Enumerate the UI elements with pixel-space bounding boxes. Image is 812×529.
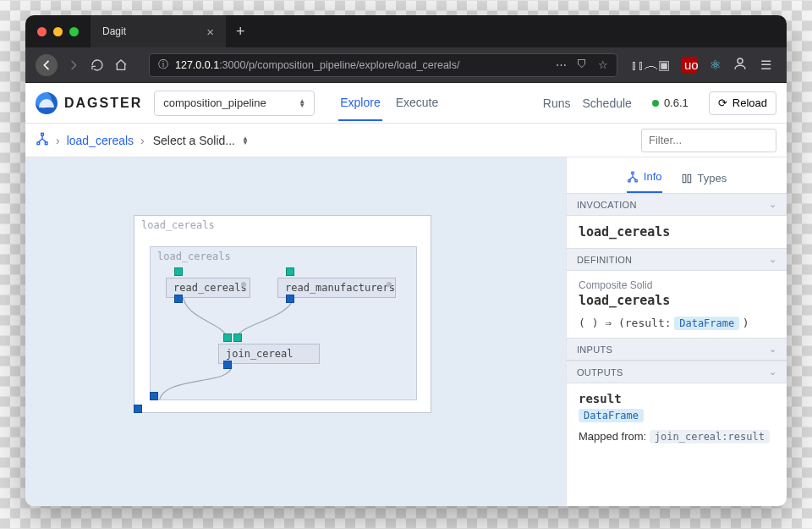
svg-rect-1 [41,133,44,135]
version-indicator: 0.6.1 [652,96,689,109]
signature-close: ) [743,317,749,329]
input-port-icon[interactable] [233,333,242,342]
filter-input[interactable] [641,129,776,152]
chevron-sort-icon: ▲▼ [242,136,249,145]
section-outputs-header[interactable]: OUTPUTS ⌄ [567,361,787,383]
chevron-sort-icon: ▲▼ [299,99,305,107]
svg-rect-5 [628,179,630,181]
output-port-icon[interactable] [286,295,294,303]
chevron-down-icon: ⌄ [769,199,776,210]
signature-open: ( ) ⇒ (result: [579,317,672,329]
page-actions-icon[interactable]: ⋯ [556,58,567,71]
url-path: /p/composition_pipeline/explore/load_cer… [245,59,459,71]
type-dot-icon [241,282,246,287]
section-definition-header[interactable]: DEFINITION ⌄ [567,248,787,271]
panel-tab-types-label: Types [698,172,727,185]
input-port-icon[interactable] [223,333,232,342]
bookmark-icon[interactable]: ☆ [598,58,608,71]
reload-button[interactable]: ⟳ Reload [709,91,776,115]
browser-tab[interactable]: Dagit × [91,15,226,47]
input-port-icon[interactable] [174,267,183,276]
output-port-icon[interactable] [174,295,183,303]
close-tab-icon[interactable]: × [206,25,214,39]
explorer-toolbar: › load_cereals › Select a Solid... ▲▼ [25,124,787,157]
details-panel: Info Types INVOCATION ⌄ load_cereals DEF… [567,157,787,506]
url-bar[interactable]: ⓘ 127.0.0.1:3000/p/composition_pipeline/… [149,53,617,77]
reload-label: Reload [732,96,767,109]
svg-rect-4 [632,172,634,174]
nav-runs[interactable]: Runs [543,96,571,110]
version-text: 0.6.1 [664,96,689,109]
mapped-from-label: Mapped from: [579,430,646,443]
account-icon[interactable] [732,56,748,74]
back-button[interactable] [36,54,58,76]
hamburger-menu-icon[interactable]: ☰ [758,58,773,73]
solid-selector-placeholder: Select a Solid... [153,134,235,147]
inner-label: load_cereals [157,251,231,262]
svg-rect-2 [37,142,40,145]
section-outputs-title: OUTPUTS [577,367,623,377]
home-button[interactable] [113,58,129,73]
chevron-down-icon: ⌄ [769,366,776,377]
brand-text: DAGSTER [64,96,142,111]
solid-label: join_cereal [226,348,293,360]
breadcrumb-item[interactable]: load_cereals [67,134,134,147]
maximize-window-dot[interactable] [69,27,79,36]
definition-name: load_cereals [579,293,775,308]
close-window-dot[interactable] [37,27,47,36]
dag-canvas[interactable]: load_cereals load_cereals read_cereals [25,157,567,506]
url-host: 127.0.0.1 [175,59,219,71]
sidebar-icon[interactable]: ▣ [656,58,672,73]
output-name: result [579,392,775,405]
panel-tab-info[interactable]: Info [627,170,662,193]
react-devtools-icon[interactable]: ⚛ [707,58,722,73]
new-tab-button[interactable]: + [226,15,255,47]
minimize-window-dot[interactable] [53,27,63,36]
section-inputs-header[interactable]: INPUTS ⌄ [567,338,787,361]
mapped-from-value[interactable]: join_cereal:result [650,430,770,444]
chevron-right-icon: › [56,134,60,147]
reload-icon: ⟳ [718,96,727,109]
composite-solid-inner[interactable]: load_cereals read_cereals [150,246,417,400]
nav-schedule[interactable]: Schedule [582,96,631,110]
output-type[interactable]: DataFrame [579,409,644,422]
svg-rect-6 [635,179,637,181]
composite-solid-outer[interactable]: load_cereals load_cereals read_cereals [134,215,431,413]
library-icon[interactable]: ⫿⫿⏜ [631,58,646,72]
section-invocation-header[interactable]: INVOCATION ⌄ [567,193,787,216]
definition-kind: Composite Solid [579,279,775,291]
chevron-down-icon: ⌄ [769,254,776,265]
brand[interactable]: DAGSTER [36,92,142,114]
pipeline-selector-value: composition_pipeline [163,96,266,109]
input-port-icon[interactable] [286,267,294,276]
solid-label: read_cereals [173,282,247,294]
output-port-icon[interactable] [134,405,142,413]
tab-title: Dagit [102,25,126,37]
forward-button[interactable] [66,58,81,73]
url-port: :3000 [219,59,245,71]
tab-execute[interactable]: Execute [394,85,441,121]
reader-icon[interactable]: ⛉ [577,58,588,71]
solid-selector[interactable]: Select a Solid... ▲▼ [153,134,249,147]
invocation-name: load_cereals [579,224,775,240]
section-definition-title: DEFINITION [577,255,632,265]
ublock-icon[interactable]: uo [682,57,697,73]
section-invocation-title: INVOCATION [577,200,637,210]
reload-browser-button[interactable] [90,58,105,73]
pipeline-selector[interactable]: composition_pipeline ▲▼ [154,91,315,116]
type-dot-icon [387,282,392,287]
panel-tab-types[interactable]: Types [681,172,727,193]
status-dot-icon [652,100,659,107]
app-header: DAGSTER composition_pipeline ▲▼ Explore … [25,83,787,124]
site-info-icon[interactable]: ⓘ [158,58,168,72]
tab-explore[interactable]: Explore [338,85,381,121]
browser-toolbar: ⓘ 127.0.0.1:3000/p/composition_pipeline/… [25,47,787,83]
svg-point-0 [738,58,743,63]
signature-type[interactable]: DataFrame [674,317,739,330]
output-port-icon[interactable] [150,392,158,400]
output-port-icon[interactable] [223,361,232,369]
graph-icon[interactable] [36,132,49,148]
svg-rect-3 [45,142,47,145]
window-traffic-lights [25,15,91,47]
panel-tab-info-label: Info [644,170,662,183]
